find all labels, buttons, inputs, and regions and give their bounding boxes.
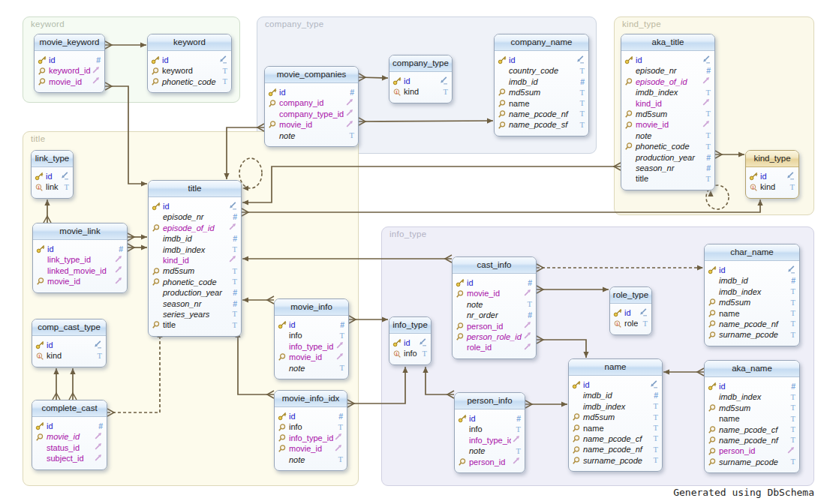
column-aka_title-episode_nr[interactable]: episode_nr# [621, 65, 714, 76]
table-link_type[interactable]: link_typeid1linkT [31, 150, 74, 199]
column-name-id[interactable]: id [569, 380, 662, 390]
table-header-movie_info[interactable]: movie_info [275, 299, 348, 316]
column-aka_title-season_nr[interactable]: season_nr# [621, 163, 714, 173]
column-person_info-info[interactable]: infoT [455, 424, 525, 434]
column-person_info-person_id[interactable]: person_id [455, 457, 525, 467]
table-char_name[interactable]: char_nameidimdb_id#imdb_indexTmd5sumTnam… [704, 244, 800, 346]
column-person_info-note[interactable]: noteT [455, 446, 525, 456]
column-movie_keyword-id[interactable]: id# [35, 55, 104, 65]
column-company_name-md5sum[interactable]: md5sumT [495, 87, 588, 98]
column-char_name-name_pcode_nf[interactable]: name_pcode_nfT [705, 319, 799, 329]
column-comp_cast_type-id[interactable]: id [32, 340, 106, 350]
column-aka_title-md5sum[interactable]: md5sumT [621, 109, 714, 119]
column-movie_link-link_type_id[interactable]: link_type_id [33, 254, 127, 265]
column-cast_info-person_id[interactable]: person_id [453, 321, 536, 332]
column-title-imdb_index[interactable]: imdb_indexT [149, 244, 241, 255]
table-company_type[interactable]: company_typeid1kindT [389, 55, 453, 104]
column-company_name-imdb_id[interactable]: imdb_id# [495, 76, 588, 87]
column-movie_companies-movie_id[interactable]: movie_id [265, 119, 358, 130]
column-kind_type-kind[interactable]: 1kindT [746, 182, 798, 192]
column-aka_title-title[interactable]: titleT [621, 173, 714, 184]
column-aka_name-surname_pcode[interactable]: surname_pcodeT [705, 457, 799, 467]
column-movie_info-note[interactable]: noteT [275, 363, 348, 374]
column-movie_info_idx-note[interactable]: noteT [275, 454, 347, 465]
column-char_name-id[interactable]: id [705, 265, 799, 275]
table-header-role_type[interactable]: role_type [610, 287, 651, 304]
column-movie_info_idx-info_type_id[interactable]: info_type_id [275, 433, 347, 443]
column-title-title[interactable]: titleT [149, 320, 241, 330]
column-cast_info-id[interactable]: id# [453, 278, 536, 288]
table-header-info_type[interactable]: info_type [389, 317, 431, 334]
table-cast_info[interactable]: cast_infoid#movie_idnoteTnr_order#person… [452, 256, 537, 359]
column-info_type-id[interactable]: id [389, 338, 431, 348]
column-company_name-id[interactable]: id [495, 55, 588, 65]
table-header-company_type[interactable]: company_type [389, 56, 452, 72]
column-aka_name-name[interactable]: nameT [705, 413, 799, 424]
column-complete_cast-subject_id[interactable]: subject_id [32, 453, 107, 464]
column-movie_companies-note[interactable]: noteT [265, 130, 358, 141]
table-header-cast_info[interactable]: cast_info [453, 257, 536, 274]
column-name-imdb_id[interactable]: imdb_id# [569, 390, 662, 400]
column-movie_info-movie_id[interactable]: movie_id [275, 352, 348, 362]
column-movie_link-id[interactable]: id# [33, 244, 127, 254]
table-title[interactable]: titleidepisode_nr#episode_of_idimdb_id#i… [148, 180, 242, 337]
column-char_name-surname_pcode[interactable]: surname_pcodeT [705, 329, 799, 340]
column-movie_info_idx-movie_id[interactable]: movie_id [275, 443, 347, 454]
column-complete_cast-movie_id[interactable]: movie_id [32, 431, 107, 442]
column-movie_info-id[interactable]: id# [275, 320, 348, 330]
table-name[interactable]: nameidimdb_id#imdb_indexTmd5sumTnameTnam… [568, 358, 663, 472]
column-aka_title-kind_id[interactable]: kind_id [621, 98, 714, 109]
column-cast_info-movie_id[interactable]: movie_id [453, 288, 536, 298]
table-header-title[interactable]: title [149, 181, 241, 197]
column-aka_name-name_pcode_nf[interactable]: name_pcode_nfT [705, 435, 799, 446]
column-title-episode_of_id[interactable]: episode_of_id [149, 223, 241, 233]
column-movie_info_idx-id[interactable]: id# [275, 411, 347, 422]
column-name-name_pcode_cf[interactable]: name_pcode_cfT [569, 434, 662, 444]
column-kind_type-id[interactable]: id [746, 171, 798, 182]
column-keyword-phonetic_code[interactable]: phonetic_codeT [148, 76, 231, 87]
column-link_type-link[interactable]: 1linkT [32, 182, 73, 192]
table-header-comp_cast_type[interactable]: comp_cast_type [32, 320, 106, 336]
column-role_type-id[interactable]: id [610, 308, 651, 318]
column-aka_title-id[interactable]: id [621, 55, 714, 65]
column-keyword-id[interactable]: id [148, 55, 231, 65]
column-movie_info-info[interactable]: infoT [275, 330, 348, 340]
table-movie_keyword[interactable]: movie_keywordid#keyword_idmovie_id [34, 34, 105, 93]
table-info_type[interactable]: info_typeid1infoT [389, 316, 432, 365]
column-title-series_years[interactable]: series_yearsT [149, 309, 241, 320]
table-header-movie_companies[interactable]: movie_companies [265, 67, 358, 83]
column-person_info-id[interactable]: id# [455, 413, 525, 424]
column-title-phonetic_code[interactable]: phonetic_codeT [149, 277, 241, 287]
table-header-person_info[interactable]: person_info [455, 393, 525, 410]
table-header-link_type[interactable]: link_type [32, 151, 73, 167]
column-cast_info-person_role_id[interactable]: person_role_id [453, 332, 536, 342]
table-comp_cast_type[interactable]: comp_cast_typeid1kindT [32, 319, 107, 368]
column-aka_title-imdb_index[interactable]: imdb_indexT [621, 87, 714, 98]
column-movie_info_idx-info[interactable]: infoT [275, 422, 347, 432]
column-person_info-info_type_id[interactable]: info_type_id [455, 435, 525, 446]
column-char_name-name[interactable]: nameT [705, 308, 799, 319]
column-cast_info-role_id[interactable]: role_id [453, 342, 536, 352]
column-name-imdb_index[interactable]: imdb_indexT [569, 401, 662, 412]
table-movie_info_idx[interactable]: movie_info_idxid#infoTinfo_type_idmovie_… [274, 390, 347, 471]
table-complete_cast[interactable]: complete_castid#movie_idstatus_idsubject… [32, 400, 107, 470]
column-link_type-id[interactable]: id [32, 171, 73, 182]
column-company_type-kind[interactable]: 1kindT [389, 86, 452, 97]
column-company_type-id[interactable]: id [389, 76, 452, 86]
column-movie_link-movie_id[interactable]: movie_id [33, 276, 127, 286]
column-name-name[interactable]: nameT [569, 423, 662, 434]
column-title-episode_nr[interactable]: episode_nr# [149, 212, 241, 222]
table-company_name[interactable]: company_nameidcountry_codeTimdb_id#md5su… [494, 34, 589, 136]
column-title-production_year[interactable]: production_year# [149, 287, 241, 298]
column-movie_keyword-movie_id[interactable]: movie_id [35, 76, 104, 87]
column-company_name-country_code[interactable]: country_codeT [495, 65, 588, 76]
column-role_type-role[interactable]: 1roleT [610, 318, 651, 328]
column-company_name-name_pcode_sf[interactable]: name_pcode_sfT [495, 119, 588, 130]
table-aka_name[interactable]: aka_nameid#imdb_indexTmd5sumTnameTname_p… [704, 360, 800, 473]
column-cast_info-nr_order[interactable]: nr_order# [453, 310, 536, 320]
table-keyword[interactable]: keywordidkeywordTphonetic_codeT [147, 34, 232, 93]
column-aka_title-production_year[interactable]: production_year# [621, 152, 714, 163]
column-cast_info-note[interactable]: noteT [453, 299, 536, 310]
table-header-kind_type[interactable]: kind_type [746, 151, 798, 167]
column-title-kind_id[interactable]: kind_id [149, 255, 241, 266]
